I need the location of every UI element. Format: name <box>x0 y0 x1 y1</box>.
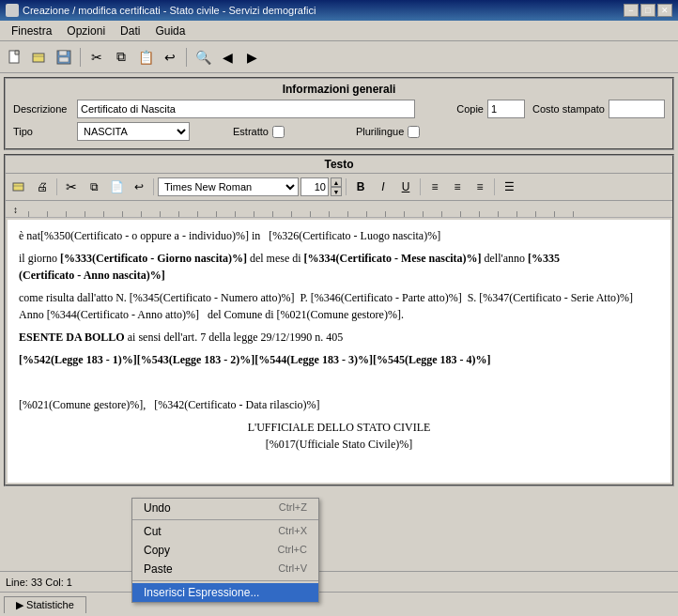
costo-group: Costo stampato <box>532 100 665 118</box>
svg-rect-6 <box>13 183 23 191</box>
context-menu-undo[interactable]: Undo Ctrl+Z <box>132 499 318 517</box>
content-line-4: ESENTE DA BOLLO ai sensi dell'art. 7 del… <box>19 329 659 346</box>
menu-opzioni[interactable]: Opzioni <box>59 23 113 39</box>
font-size-down[interactable]: ▼ <box>331 187 342 196</box>
desc-label: Descrizione <box>13 103 69 115</box>
context-menu-undo-shortcut: Ctrl+Z <box>279 501 307 515</box>
menu-finestra[interactable]: Finestra <box>4 23 59 39</box>
titlebar-title: Creazione / modifica certificati - Stato… <box>23 5 316 16</box>
toolbar-sep-2 <box>186 48 187 67</box>
cut-button[interactable]: ✂ <box>85 46 108 69</box>
svg-rect-5 <box>59 57 69 62</box>
bottom-area: ▶ Statistiche <box>0 592 678 616</box>
align-left-btn[interactable]: ≡ <box>424 177 445 197</box>
context-menu-copy-label: Copy <box>144 544 170 557</box>
context-menu-inserisci[interactable]: Inserisci Espressione... <box>132 583 318 602</box>
ed-sep-2 <box>153 178 154 195</box>
copie-group: Copie <box>456 100 525 118</box>
undo-button[interactable]: ↩ <box>159 46 181 69</box>
copy-button[interactable]: ⧉ <box>110 46 132 69</box>
context-menu-paste-shortcut: Ctrl+V <box>278 562 307 576</box>
content-line-6 <box>19 374 659 391</box>
copie-label: Copie <box>456 103 484 115</box>
font-size-up[interactable]: ▲ <box>331 177 342 187</box>
context-menu-undo-label: Undo <box>144 501 171 515</box>
copie-input[interactable] <box>487 100 525 118</box>
info-row-tipo: Tipo NASCITA Estratto Plurilingue <box>13 122 665 141</box>
content-line-7: [%021(Comune gestore)%], [%342(Certifica… <box>19 396 659 413</box>
ed-print-btn[interactable]: 🖨 <box>32 177 53 197</box>
editor-panel: Testo 🖨 ✂ ⧉ 📄 ↩ Times New Roman Arial Co… <box>4 154 674 486</box>
content-line-2: il giorno [%333(Certificato - Giorno nas… <box>19 250 659 284</box>
estratto-label: Estratto <box>233 126 269 137</box>
content-line-8: L'UFFICIALE DELLO STATO CIVILE[%017(Uffi… <box>19 419 659 453</box>
estratto-checkbox[interactable] <box>272 126 285 138</box>
desc-input[interactable] <box>77 100 415 118</box>
app-icon <box>6 4 19 17</box>
back-button[interactable]: ◀ <box>216 46 239 69</box>
ed-undo-btn[interactable]: ↩ <box>129 177 149 197</box>
search-button[interactable]: 🔍 <box>192 46 214 69</box>
info-row-desc: Descrizione Copie Costo stampato <box>13 100 665 118</box>
font-select[interactable]: Times New Roman Arial Courier New <box>158 177 299 196</box>
plurilingue-label: Plurilingue <box>356 126 404 137</box>
ed-copy-btn[interactable]: ⧉ <box>84 177 104 197</box>
ed-sep-1 <box>56 178 57 195</box>
statusbar: Line: 33 Col: 1 <box>0 571 678 592</box>
context-menu-copy-shortcut: Ctrl+C <box>278 544 307 557</box>
font-size-arrows: ▲ ▼ <box>331 177 342 196</box>
context-menu-paste-label: Paste <box>144 562 173 576</box>
menu-guida[interactable]: Guida <box>147 23 193 39</box>
ed-cut-btn[interactable]: ✂ <box>61 177 82 197</box>
forward-button[interactable]: ▶ <box>240 46 263 69</box>
tipo-select[interactable]: NASCITA <box>77 122 190 141</box>
editor-panel-title: Testo <box>6 156 672 173</box>
list-btn[interactable]: ☰ <box>499 177 519 197</box>
align-right-btn[interactable]: ≡ <box>470 177 490 197</box>
menu-dati[interactable]: Dati <box>113 23 147 39</box>
editor-content[interactable]: è nat[%350(Certificato - o oppure a - in… <box>8 220 670 483</box>
close-button[interactable]: ✕ <box>657 4 672 17</box>
context-menu-cut-label: Cut <box>144 525 162 538</box>
menubar: Finestra Opzioni Dati Guida <box>0 21 678 41</box>
statistiche-tab[interactable]: ▶ Statistiche <box>4 596 86 613</box>
context-menu-copy[interactable]: Copy Ctrl+C <box>132 541 318 560</box>
ed-sep-5 <box>494 178 495 195</box>
svg-rect-4 <box>59 51 67 55</box>
ed-open-btn[interactable] <box>9 177 30 197</box>
open-button[interactable] <box>28 46 51 69</box>
tipo-label: Tipo <box>13 126 69 137</box>
main-container: Informazioni generali Descrizione Copie … <box>0 73 678 616</box>
context-menu: Undo Ctrl+Z Cut Ctrl+X Copy Ctrl+C Paste… <box>131 498 319 603</box>
minimize-button[interactable]: − <box>624 4 639 17</box>
underline-btn[interactable]: U <box>395 177 416 197</box>
statistiche-tab-label: Statistiche <box>26 599 74 610</box>
ed-sep-4 <box>420 178 421 195</box>
context-menu-paste[interactable]: Paste Ctrl+V <box>132 560 318 578</box>
save-button[interactable] <box>53 46 75 69</box>
context-menu-inserisci-label: Inserisci Espressione... <box>144 586 259 599</box>
context-menu-divider-2 <box>132 580 318 581</box>
font-size-input[interactable] <box>300 177 329 196</box>
ed-sep-3 <box>346 178 347 195</box>
context-menu-cut[interactable]: Cut Ctrl+X <box>132 522 318 541</box>
context-menu-divider-1 <box>132 519 318 520</box>
ed-paste-btn[interactable]: 📄 <box>106 177 127 197</box>
plurilingue-group: Plurilingue <box>356 126 420 138</box>
new-button[interactable] <box>4 46 26 69</box>
toolbar-sep-1 <box>80 48 81 67</box>
bold-btn[interactable]: B <box>350 177 371 197</box>
svg-marker-1 <box>15 51 19 54</box>
costo-label: Costo stampato <box>532 103 605 115</box>
maximize-button[interactable]: □ <box>640 4 655 17</box>
titlebar-controls[interactable]: − □ ✕ <box>624 4 672 17</box>
ruler-arrow: ↕ <box>13 205 18 215</box>
italic-btn[interactable]: I <box>373 177 393 197</box>
costo-input[interactable] <box>609 100 665 118</box>
status-line-col: Line: 33 Col: 1 <box>6 577 72 588</box>
info-panel: Informazioni generali Descrizione Copie … <box>4 77 674 150</box>
plurilingue-checkbox[interactable] <box>408 126 420 138</box>
titlebar-left: Creazione / modifica certificati - Stato… <box>6 4 316 17</box>
paste-button[interactable]: 📋 <box>134 46 157 69</box>
align-center-btn[interactable]: ≡ <box>447 177 468 197</box>
